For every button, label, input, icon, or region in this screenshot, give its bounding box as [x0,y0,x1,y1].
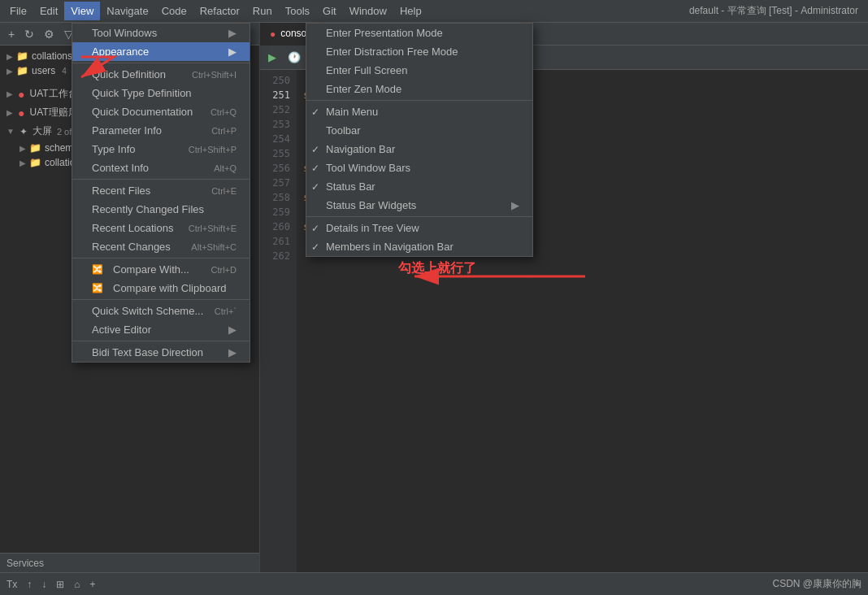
shortcut: Ctrl+Shift+E [189,224,237,233]
item-label: Compare with Clipboard [113,282,226,294]
check-icon: ✓ [311,163,319,174]
db-label: UAT理赔库 [29,106,77,119]
services-bar: Services [0,553,259,572]
menu-refactor[interactable]: Refactor [193,2,246,20]
appearance-members-nav[interactable]: ✓ Members in Navigation Bar [306,237,532,256]
db-label: 大屏 [33,124,52,138]
item-label: Enter Presentation Mode [326,27,443,39]
menu-divider [306,100,532,101]
sidebar-refresh-btn[interactable]: ↻ [21,26,37,42]
item-label: Compare With... [113,263,189,276]
star-icon: ✦ [20,126,28,137]
appearance-nav-bar[interactable]: ✓ Navigation Bar [306,140,532,159]
item-label: Enter Full Screen [326,64,407,76]
item-label: Enter Zen Mode [326,83,401,95]
appearance-tool-window-bars[interactable]: ✓ Tool Window Bars [306,159,532,177]
tree-arrow: ▶ [20,144,26,153]
sidebar-add-btn[interactable]: + [5,26,18,42]
menu-git[interactable]: Git [316,2,343,20]
view-menu-quick-switch[interactable]: Quick Switch Scheme... Ctrl+` [72,302,250,320]
view-menu-recent-locations[interactable]: Recent Locations Ctrl+Shift+E [72,219,250,237]
submenu-arrow: ▶ [228,346,237,358]
view-menu-compare-with[interactable]: 🔀 Compare With... Ctrl+D [72,260,250,279]
shortcut: Ctrl+Shift+I [192,70,237,80]
folder-icon: 📁 [29,157,41,168]
db-icon-red: ● [18,106,24,119]
status-down[interactable]: ↓ [41,579,46,590]
status-grid[interactable]: ⊞ [56,579,64,590]
status-home[interactable]: ⌂ [74,579,80,590]
appearance-status-bar-widgets[interactable]: Status Bar Widgets ▶ [306,196,532,215]
tree-arrow: ▶ [7,52,13,61]
appearance-status-bar[interactable]: ✓ Status Bar [306,177,532,196]
submenu-arrow: ▶ [228,324,237,336]
appearance-fullscreen[interactable]: Enter Full Screen [306,61,532,80]
menu-divider [306,216,532,217]
check-icon: ✓ [311,223,319,234]
view-menu-recently-changed[interactable]: Recently Changed Files [72,200,250,219]
view-menu-active-editor[interactable]: Active Editor ▶ [72,320,250,339]
view-menu-param-info[interactable]: Parameter Info Ctrl+P [72,121,250,140]
line-num: 253 [260,117,297,132]
appearance-details-tree[interactable]: ✓ Details in Tree View [306,219,532,237]
submenu-arrow: ▶ [511,199,519,211]
menu-edit[interactable]: Edit [33,2,64,20]
status-up[interactable]: ↑ [27,579,32,590]
view-menu-type-info[interactable]: Type Info Ctrl+Shift+P [72,140,250,159]
sidebar-settings-btn[interactable]: ⚙ [41,26,58,42]
menu-file[interactable]: File [3,2,33,20]
check-icon: ✓ [311,106,319,118]
view-menu-tool-windows[interactable]: Tool Windows ▶ [72,24,250,42]
menu-window[interactable]: Window [343,2,393,20]
view-menu-quick-doc[interactable]: Quick Documentation Ctrl+Q [72,102,250,121]
menu-divider [72,258,250,258]
menu-code[interactable]: Code [155,2,193,20]
status-bar: Tx ↑ ↓ ⊞ ⌂ + CSDN @康康你的胸 [0,572,868,595]
status-add[interactable]: + [90,579,96,590]
menu-run[interactable]: Run [246,2,279,20]
clock-btn[interactable]: 🕐 [284,50,304,65]
item-label: Quick Definition [92,68,166,80]
run-btn[interactable]: ▶ [265,50,280,65]
view-menu-compare-clipboard[interactable]: 🔀 Compare with Clipboard [72,279,250,298]
view-menu-recent-files[interactable]: Recent Files Ctrl+E [72,181,250,200]
view-menu-context-info[interactable]: Context Info Alt+Q [72,159,250,177]
expand-arrow: ▶ [7,108,13,117]
appearance-zen[interactable]: Enter Zen Mode [306,80,532,98]
tree-item-label: collations [32,50,72,62]
line-num: 260 [260,219,297,234]
item-label: Enter Distraction Free Mode [326,46,458,58]
item-label: Recent Changes [92,241,171,253]
appearance-toolbar[interactable]: Toolbar [306,121,532,140]
view-menu-quick-type[interactable]: Quick Type Definition [72,84,250,102]
item-label: Context Info [92,162,149,174]
item-label: Recently Changed Files [92,203,204,215]
view-menu-quick-def[interactable]: Quick Definition Ctrl+Shift+I [72,65,250,84]
view-menu-recent-changes[interactable]: Recent Changes Alt+Shift+C [72,237,250,256]
item-label: Members in Navigation Bar [326,241,454,253]
shortcut: Ctrl+D [211,265,237,275]
line-num: 250 [260,73,297,88]
status-tx[interactable]: Tx [7,579,17,590]
line-num: 252 [260,102,297,117]
submenu-arrow: ▶ [228,46,237,58]
view-menu-bidi[interactable]: Bidi Text Base Direction ▶ [72,343,250,362]
view-menu-appearance[interactable]: Appearance ▶ [72,42,250,61]
appearance-main-menu[interactable]: ✓ Main Menu [306,102,532,121]
line-num: 256 [260,161,297,176]
check-icon: ✓ [311,144,319,155]
item-label: Toolbar [326,124,361,137]
item-label: Type Info [92,143,135,155]
menu-help[interactable]: Help [393,2,428,20]
appearance-presentation-mode[interactable]: Enter Presentation Mode [306,24,532,42]
submenu-arrow: ▶ [228,27,237,39]
shortcut: Ctrl+Q [210,107,237,117]
menu-view[interactable]: View [64,2,100,20]
shortcut: Ctrl+` [215,306,237,316]
line-numbers: 250 251 252 253 254 255 256 257 258 259 … [260,70,297,572]
item-label: Quick Type Definition [92,87,192,99]
menu-tools[interactable]: Tools [279,2,316,20]
menu-navigate[interactable]: Navigate [100,2,154,20]
appearance-distraction-free[interactable]: Enter Distraction Free Mode [306,42,532,61]
shortcut: Ctrl+Shift+P [189,145,237,154]
